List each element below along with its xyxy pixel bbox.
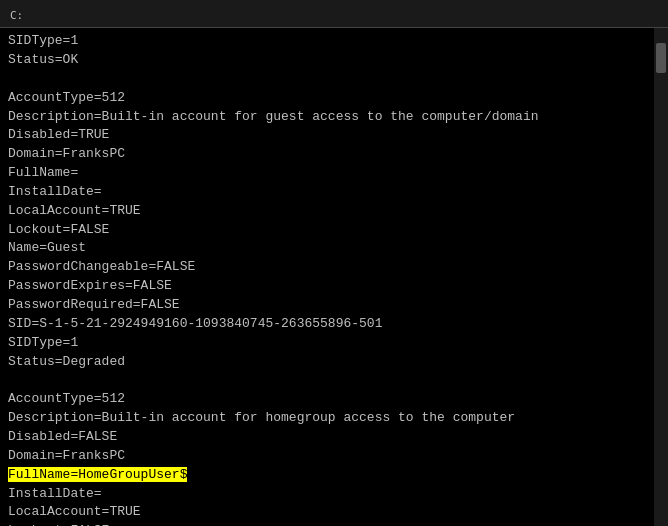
terminal-lines: SIDType=1Status=OK AccountType=512Descri… [8, 32, 660, 526]
scrollbar-thumb[interactable] [656, 43, 666, 73]
terminal-line: Lockout=FALSE [8, 522, 660, 526]
terminal-content: SIDType=1Status=OK AccountType=512Descri… [0, 28, 668, 526]
terminal-line: FullName=HomeGroupUser$ [8, 466, 660, 485]
terminal-line: Name=Guest [8, 239, 660, 258]
svg-text:C:: C: [10, 9, 23, 22]
terminal-line: Description=Built-in account for guest a… [8, 108, 660, 127]
terminal-line [8, 70, 660, 89]
minimize-button[interactable] [578, 4, 604, 24]
terminal-line: PasswordRequired=FALSE [8, 296, 660, 315]
terminal-line: Description=Built-in account for homegro… [8, 409, 660, 428]
terminal-line: Disabled=FALSE [8, 428, 660, 447]
terminal-line: Lockout=FALSE [8, 221, 660, 240]
terminal-line: PasswordChangeable=FALSE [8, 258, 660, 277]
terminal-line [8, 371, 660, 390]
window-controls [578, 4, 660, 24]
terminal-line: InstallDate= [8, 183, 660, 202]
terminal-line: SIDType=1 [8, 334, 660, 353]
terminal-line: Disabled=TRUE [8, 126, 660, 145]
close-button[interactable] [634, 4, 660, 24]
maximize-button[interactable] [606, 4, 632, 24]
terminal-line: LocalAccount=TRUE [8, 503, 660, 522]
title-bar-left: C: [8, 6, 30, 22]
terminal-line: Status=OK [8, 51, 660, 70]
terminal-line: PasswordExpires=FALSE [8, 277, 660, 296]
terminal-line: Domain=FranksPC [8, 447, 660, 466]
terminal-line: Status=Degraded [8, 353, 660, 372]
terminal-line: AccountType=512 [8, 390, 660, 409]
terminal-line: SID=S-1-5-21-2924949160-1093840745-26365… [8, 315, 660, 334]
app-icon: C: [8, 6, 24, 22]
scrollbar[interactable] [654, 28, 668, 526]
terminal-line: FullName= [8, 164, 660, 183]
title-bar: C: [0, 0, 668, 28]
terminal-line: InstallDate= [8, 485, 660, 504]
terminal-line: AccountType=512 [8, 89, 660, 108]
terminal-line: SIDType=1 [8, 32, 660, 51]
highlighted-text: FullName=HomeGroupUser$ [8, 467, 187, 482]
terminal-line: Domain=FranksPC [8, 145, 660, 164]
terminal-line: LocalAccount=TRUE [8, 202, 660, 221]
